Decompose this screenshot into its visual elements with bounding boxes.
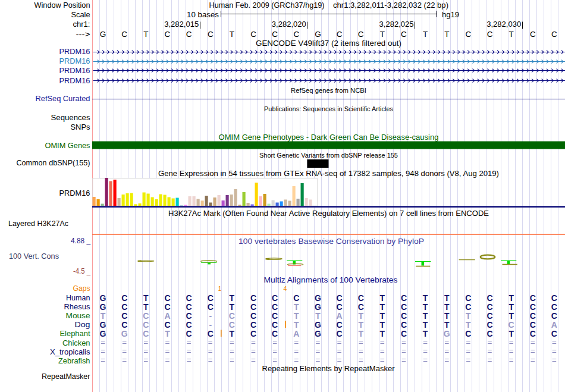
svg-text:A: A [164,311,170,321]
svg-text:C: C [337,302,343,312]
svg-text:3,282,025: 3,282,025 [379,20,414,29]
svg-text:C: C [164,320,170,330]
svg-text:C: C [272,311,278,321]
svg-text:G: G [315,30,321,39]
svg-text:T: T [143,293,149,303]
svg-text:T: T [230,302,235,312]
svg-text:C: C [530,293,536,303]
svg-text:RefSeq genes from NCBI: RefSeq genes from NCBI [291,87,366,94]
svg-text:T: T [358,320,363,330]
svg-text:C: C [337,329,343,338]
svg-text:C: C [165,30,171,39]
svg-text:G: G [100,302,106,312]
svg-text:T: T [423,30,428,39]
svg-text:Common dbSNP(155): Common dbSNP(155) [17,158,90,167]
svg-text:C: C [293,293,299,303]
svg-text:T: T [466,311,471,321]
svg-text:T: T [294,302,299,312]
svg-text:C: C [272,320,278,330]
svg-text:C: C [508,320,514,330]
svg-text:C: C [186,311,192,321]
svg-text:C: C [186,30,192,39]
svg-text:T: T [294,320,299,330]
svg-text:OMIM Genes: OMIM Genes [45,141,90,150]
svg-text:RefSeq Curated: RefSeq Curated [36,94,90,103]
svg-text:T: T [294,311,299,321]
svg-text:Sequences: Sequences [51,113,90,122]
svg-text:C: C [208,293,214,303]
svg-text:C: C [186,293,192,303]
svg-text:G: G [315,320,321,330]
svg-text:C: C [486,329,492,338]
svg-text:X_tropicalis: X_tropicalis [50,347,90,356]
svg-text:C: C [121,320,127,330]
svg-text:G: G [121,329,128,338]
svg-text:C: C [530,320,536,330]
svg-text:T: T [423,320,428,330]
svg-text:G: G [100,329,106,338]
svg-text:C: C [465,302,471,312]
svg-text:G: G [100,293,106,303]
svg-text:C: C [229,311,235,321]
svg-text:C: C [164,293,170,303]
svg-text:C: C [272,302,278,312]
svg-text:T: T [101,311,106,321]
svg-text:C: C [208,329,214,338]
svg-text:PRDM16: PRDM16 [59,66,90,75]
svg-text:100 vertebrates Basewise Conse: 100 vertebrates Basewise Conservation by… [238,237,424,246]
svg-text:Dog: Dog [75,320,90,329]
svg-text:Elephant: Elephant [60,329,90,338]
svg-text:3,282,015: 3,282,015 [164,20,199,29]
svg-text:C: C [401,329,407,338]
svg-text:C: C [121,302,127,312]
svg-text:T: T [230,30,234,39]
svg-text:C: C [530,311,536,321]
svg-text:1: 1 [218,285,222,292]
svg-text:T: T [423,311,428,321]
svg-text:C: C [143,311,149,321]
svg-text:C: C [250,302,256,312]
svg-text:PRDM16: PRDM16 [59,57,90,65]
svg-text:Layered H3K27Ac: Layered H3K27Ac [8,219,68,228]
svg-text:T: T [423,302,428,312]
svg-text:C: C [337,30,343,39]
svg-text:OMIM Gene Phenotypes - Dark Gr: OMIM Gene Phenotypes - Dark Green Can Be… [219,133,439,142]
svg-text:C: C [551,329,557,338]
svg-text:C: C [143,329,149,338]
svg-text:3,282,030: 3,282,030 [486,20,521,29]
svg-text:T: T [444,293,450,303]
svg-text:SNPs: SNPs [71,123,90,131]
svg-text:T: T [143,30,148,39]
svg-text:C: C [358,293,364,303]
svg-text:T: T [508,329,514,338]
svg-text:C: C [121,311,127,321]
svg-text:Short Genetic Variants from db: Short Genetic Variants from dbSNP releas… [259,152,398,159]
svg-text:C: C [293,30,299,39]
svg-text:T: T [423,293,428,303]
svg-text:Human Feb. 2009 (GRCh37/hg19): Human Feb. 2009 (GRCh37/hg19) [209,1,325,10]
svg-text:T: T [143,302,149,312]
svg-text:C: C [121,293,127,303]
svg-text:4.88 _: 4.88 _ [71,236,91,245]
svg-text:C: C [208,30,214,39]
svg-text:C: C [250,311,256,321]
svg-text:Repeating Elements by RepeatMa: Repeating Elements by RepeatMasker [262,365,395,373]
svg-text:C: C [486,293,492,303]
svg-text:T: T [380,293,385,303]
svg-text:C: C [143,320,149,330]
svg-text:G: G [315,293,321,303]
svg-text:T: T [380,320,385,330]
svg-text:RepeatMasker: RepeatMasker [42,372,90,381]
svg-text:C: C [530,30,536,39]
svg-text:GENCODE V49lift37 (2 items fil: GENCODE V49lift37 (2 items filtered out) [256,39,401,48]
svg-text:T: T [508,293,514,303]
svg-text:T: T [466,320,471,330]
svg-text:C: C [272,30,278,39]
svg-text:T: T [508,311,514,321]
svg-text:Rhesus: Rhesus [64,302,90,311]
svg-text:T: T [444,311,450,321]
svg-text:chr1:3,282,011-3,282,032 (22 b: chr1:3,282,011-3,282,032 (22 bp) [333,1,448,10]
svg-text:C: C [486,311,492,321]
svg-text:T: T [509,30,514,39]
svg-text:Gene Expression in 54 tissues: Gene Expression in 54 tissues from GTEx … [158,170,499,178]
